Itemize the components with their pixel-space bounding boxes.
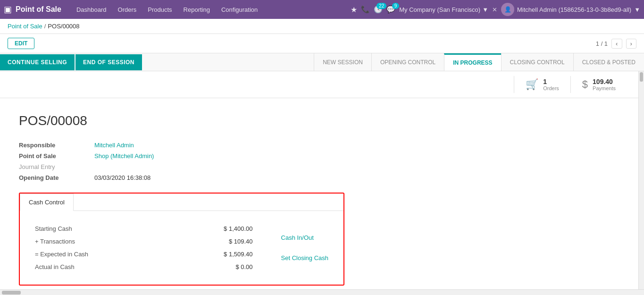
tabs-bar: Cash Control [20, 194, 343, 211]
avatar: 👤 [501, 3, 514, 16]
breadcrumb: Point of Sale / POS/00008 [0, 19, 644, 34]
payments-stat: $ 109.40 Payments [570, 76, 627, 93]
step-opening-control[interactable]: OPENING CONTROL [371, 53, 444, 71]
stats-bar: 🛒 1 Orders $ 109.40 Payments [0, 71, 638, 98]
user-chevron-icon: ▼ [634, 6, 640, 13]
session-steps: NEW SESSION OPENING CONTROL IN PROGRESS … [314, 53, 644, 71]
transactions-label: + Transactions [35, 238, 75, 245]
nav-reporting[interactable]: Reporting [178, 0, 216, 19]
expected-label: = Expected in Cash [35, 251, 88, 258]
vertical-scrollbar[interactable] [638, 71, 644, 289]
prev-button[interactable]: ‹ [611, 39, 622, 49]
pagination: 1 / 1 ‹ › [596, 39, 636, 49]
navbar-right: ★ 📞 🕓 22 💬 9 My Company (San Francisco) … [351, 3, 640, 16]
pos-detail-card: POS/00008 Responsible Mitchell Admin Poi… [0, 98, 638, 289]
cash-control-body: Starting Cash $ 1,400.00 + Transactions … [20, 211, 343, 285]
payments-label: Payments [593, 85, 616, 91]
user-info[interactable]: 👤 Mitchell Admin (1586256-13-0-3b8ed9-al… [501, 3, 640, 16]
close-icon[interactable]: ✕ [492, 6, 497, 13]
step-closing-control[interactable]: CLOSING CONTROL [501, 53, 573, 71]
content-wrapper: 🛒 1 Orders $ 109.40 Payments POS/00008 [0, 71, 644, 289]
cash-actions: Cash In/Out Set Closing Cash [272, 222, 328, 273]
nav-orders[interactable]: Orders [112, 0, 142, 19]
opening-date-field: Opening Date 03/03/2020 16:38:08 [19, 174, 619, 181]
pos-field: Point of Sale Shop (Mitchell Admin) [19, 152, 619, 160]
chat-badge: 9 [392, 3, 400, 9]
session-action-buttons: CONTINUE SELLING END OF SESSION [0, 54, 142, 70]
cart-icon: 🛒 [526, 78, 538, 91]
clock-badge: 22 [376, 3, 386, 9]
pos-value[interactable]: Shop (Mitchell Admin) [94, 152, 154, 160]
step-closed-posted[interactable]: CLOSED & POSTED [573, 53, 644, 71]
orders-count: 1 [543, 78, 559, 85]
dollar-icon: $ [582, 78, 588, 91]
chat-icon[interactable]: 💬 9 [386, 5, 395, 14]
tab-cash-control[interactable]: Cash Control [20, 194, 74, 211]
breadcrumb-separator: / [44, 23, 46, 30]
orders-stat: 🛒 1 Orders [514, 76, 570, 93]
stats-spacer [11, 76, 514, 93]
pos-label: Point of Sale [19, 152, 94, 160]
end-session-button[interactable]: END OF SESSION [75, 54, 142, 70]
chevron-down-icon: ▼ [482, 6, 488, 13]
step-in-progress[interactable]: IN PROGRESS [444, 53, 501, 71]
starting-cash-label: Starting Cash [35, 225, 72, 232]
nav-dashboard[interactable]: Dashboard [71, 0, 112, 19]
journal-field: Journal Entry [19, 163, 619, 170]
pos-title: POS/00008 [19, 113, 619, 128]
next-button[interactable]: › [626, 39, 636, 49]
phone-icon[interactable]: 📞 [361, 5, 370, 14]
responsible-value[interactable]: Mitchell Admin [94, 142, 134, 149]
starting-cash-value: $ 1,400.00 [224, 225, 252, 232]
page-body: 🛒 1 Orders $ 109.40 Payments POS/00008 [0, 71, 638, 289]
expected-row: = Expected in Cash $ 1,509.40 [35, 248, 253, 261]
payments-amount: 109.40 [593, 78, 616, 85]
cash-control-section: Cash Control Starting Cash $ 1,400.00 + … [19, 193, 344, 286]
grid-icon[interactable]: ▣ [4, 4, 12, 15]
nav-products[interactable]: Products [142, 0, 177, 19]
nav-configuration[interactable]: Configuration [216, 0, 263, 19]
app-window: ▣ Point of Sale Dashboard Orders Product… [0, 0, 644, 295]
opening-date-label: Opening Date [19, 174, 94, 181]
main-nav: Dashboard Orders Products Reporting Conf… [71, 0, 263, 19]
app-title: Point of Sale [16, 5, 61, 14]
continue-selling-button[interactable]: CONTINUE SELLING [0, 54, 75, 70]
opening-date-value: 03/03/2020 16:38:08 [94, 174, 151, 181]
set-closing-cash-link[interactable]: Set Closing Cash [281, 254, 328, 261]
breadcrumb-parent[interactable]: Point of Sale [8, 23, 42, 30]
responsible-label: Responsible [19, 142, 94, 149]
expected-value: $ 1,509.40 [224, 251, 252, 258]
actual-value: $ 0.00 [235, 263, 252, 270]
starting-cash-row: Starting Cash $ 1,400.00 [35, 222, 253, 235]
action-bar: EDIT 1 / 1 ‹ › [0, 34, 644, 53]
transactions-value: $ 109.40 [229, 238, 253, 245]
responsible-field: Responsible Mitchell Admin [19, 142, 619, 149]
pagination-count: 1 / 1 [596, 40, 608, 47]
edit-button[interactable]: EDIT [8, 38, 34, 49]
orders-label: Orders [543, 85, 559, 91]
journal-label: Journal Entry [19, 163, 94, 170]
horizontal-scrollbar[interactable] [0, 289, 644, 295]
navbar: ▣ Point of Sale Dashboard Orders Product… [0, 0, 644, 19]
actual-row: Actual in Cash $ 0.00 [35, 261, 253, 273]
company-selector[interactable]: My Company (San Francisco) ▼ [399, 6, 488, 13]
clock-icon[interactable]: 🕓 22 [374, 5, 383, 14]
pos-fields: Responsible Mitchell Admin Point of Sale… [19, 142, 619, 181]
star-icon[interactable]: ★ [351, 5, 357, 14]
cash-rows: Starting Cash $ 1,400.00 + Transactions … [35, 222, 253, 273]
breadcrumb-current: POS/00008 [48, 23, 79, 30]
session-bar: CONTINUE SELLING END OF SESSION NEW SESS… [0, 53, 644, 71]
cash-in-out-link[interactable]: Cash In/Out [281, 234, 328, 241]
step-new-session[interactable]: NEW SESSION [314, 53, 371, 71]
actual-label: Actual in Cash [35, 263, 75, 270]
transactions-row: + Transactions $ 109.40 [35, 235, 253, 248]
